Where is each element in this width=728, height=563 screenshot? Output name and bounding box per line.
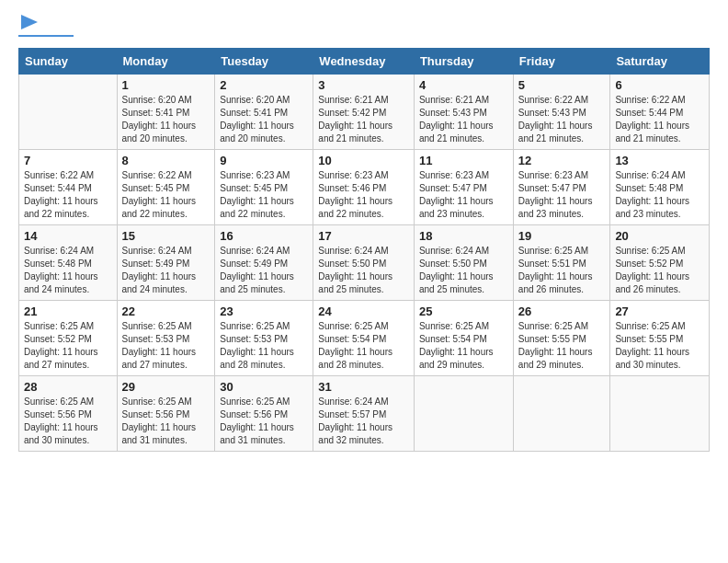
header [18, 17, 710, 37]
day-info: Sunrise: 6:25 AM Sunset: 5:53 PM Dayligh… [122, 320, 210, 372]
calendar-cell: 9Sunrise: 6:23 AM Sunset: 5:45 PM Daylig… [215, 150, 313, 225]
calendar-cell: 17Sunrise: 6:24 AM Sunset: 5:50 PM Dayli… [313, 225, 415, 301]
day-info: Sunrise: 6:22 AM Sunset: 5:45 PM Dayligh… [122, 169, 210, 221]
calendar-cell: 23Sunrise: 6:25 AM Sunset: 5:53 PM Dayli… [215, 301, 313, 376]
calendar-cell: 30Sunrise: 6:25 AM Sunset: 5:56 PM Dayli… [215, 376, 313, 452]
day-number: 7 [24, 154, 112, 167]
calendar-cell: 27Sunrise: 6:25 AM Sunset: 5:55 PM Dayli… [610, 301, 710, 376]
day-info: Sunrise: 6:20 AM Sunset: 5:41 PM Dayligh… [122, 94, 210, 145]
calendar-cell: 29Sunrise: 6:25 AM Sunset: 5:56 PM Dayli… [117, 376, 215, 452]
day-number: 25 [419, 304, 508, 318]
day-info: Sunrise: 6:25 AM Sunset: 5:52 PM Dayligh… [24, 320, 112, 372]
day-info: Sunrise: 6:22 AM Sunset: 5:44 PM Dayligh… [24, 169, 112, 221]
day-number: 14 [24, 229, 112, 243]
calendar-cell: 14Sunrise: 6:24 AM Sunset: 5:48 PM Dayli… [19, 225, 118, 301]
calendar-cell [19, 75, 118, 150]
logo [18, 17, 74, 37]
day-info: Sunrise: 6:20 AM Sunset: 5:41 PM Dayligh… [220, 94, 308, 145]
day-number: 22 [122, 304, 210, 318]
day-number: 29 [122, 380, 210, 394]
svg-marker-0 [21, 15, 38, 29]
day-info: Sunrise: 6:24 AM Sunset: 5:50 PM Dayligh… [419, 245, 508, 296]
day-info: Sunrise: 6:24 AM Sunset: 5:57 PM Dayligh… [318, 396, 409, 447]
day-number: 24 [318, 304, 409, 318]
day-header-thursday: Thursday [414, 49, 513, 75]
day-info: Sunrise: 6:24 AM Sunset: 5:48 PM Dayligh… [24, 245, 112, 296]
day-number: 30 [220, 380, 308, 394]
day-number: 23 [220, 304, 308, 318]
calendar-cell: 6Sunrise: 6:22 AM Sunset: 5:44 PM Daylig… [610, 75, 710, 150]
calendar-header-row: SundayMondayTuesdayWednesdayThursdayFrid… [19, 49, 710, 75]
day-info: Sunrise: 6:23 AM Sunset: 5:47 PM Dayligh… [518, 169, 606, 221]
day-header-tuesday: Tuesday [215, 49, 313, 75]
day-number: 27 [615, 304, 704, 318]
day-info: Sunrise: 6:21 AM Sunset: 5:43 PM Dayligh… [419, 94, 508, 145]
day-number: 13 [615, 154, 704, 167]
day-number: 28 [24, 380, 112, 394]
day-info: Sunrise: 6:25 AM Sunset: 5:55 PM Dayligh… [615, 320, 704, 372]
logo-underline [18, 35, 74, 37]
calendar-cell: 11Sunrise: 6:23 AM Sunset: 5:47 PM Dayli… [414, 150, 513, 225]
day-info: Sunrise: 6:24 AM Sunset: 5:49 PM Dayligh… [220, 245, 308, 296]
day-number: 15 [122, 229, 210, 243]
calendar-cell: 2Sunrise: 6:20 AM Sunset: 5:41 PM Daylig… [215, 75, 313, 150]
day-number: 9 [220, 154, 308, 167]
calendar-week-row: 7Sunrise: 6:22 AM Sunset: 5:44 PM Daylig… [19, 150, 710, 225]
day-info: Sunrise: 6:22 AM Sunset: 5:43 PM Dayligh… [518, 94, 606, 145]
day-info: Sunrise: 6:23 AM Sunset: 5:46 PM Dayligh… [318, 169, 409, 221]
day-info: Sunrise: 6:25 AM Sunset: 5:56 PM Dayligh… [122, 396, 210, 447]
day-number: 31 [318, 380, 409, 394]
day-header-saturday: Saturday [610, 49, 710, 75]
calendar-cell: 31Sunrise: 6:24 AM Sunset: 5:57 PM Dayli… [313, 376, 415, 452]
calendar-cell: 13Sunrise: 6:24 AM Sunset: 5:48 PM Dayli… [610, 150, 710, 225]
page: SundayMondayTuesdayWednesdayThursdayFrid… [0, 0, 728, 461]
calendar-week-row: 28Sunrise: 6:25 AM Sunset: 5:56 PM Dayli… [19, 376, 710, 452]
day-info: Sunrise: 6:24 AM Sunset: 5:49 PM Dayligh… [122, 245, 210, 296]
calendar-cell: 12Sunrise: 6:23 AM Sunset: 5:47 PM Dayli… [513, 150, 610, 225]
calendar-cell: 16Sunrise: 6:24 AM Sunset: 5:49 PM Dayli… [215, 225, 313, 301]
calendar-week-row: 21Sunrise: 6:25 AM Sunset: 5:52 PM Dayli… [19, 301, 710, 376]
day-number: 12 [518, 154, 606, 167]
calendar-cell [610, 376, 710, 452]
day-info: Sunrise: 6:25 AM Sunset: 5:54 PM Dayligh… [318, 320, 409, 372]
day-info: Sunrise: 6:24 AM Sunset: 5:48 PM Dayligh… [615, 169, 704, 221]
day-number: 2 [220, 78, 308, 92]
calendar-table: SundayMondayTuesdayWednesdayThursdayFrid… [18, 48, 710, 452]
day-number: 1 [122, 78, 210, 92]
day-info: Sunrise: 6:23 AM Sunset: 5:45 PM Dayligh… [220, 169, 308, 221]
day-number: 21 [24, 304, 112, 318]
day-number: 19 [518, 229, 606, 243]
calendar-cell: 10Sunrise: 6:23 AM Sunset: 5:46 PM Dayli… [313, 150, 415, 225]
calendar-cell [513, 376, 610, 452]
calendar-week-row: 14Sunrise: 6:24 AM Sunset: 5:48 PM Dayli… [19, 225, 710, 301]
calendar-cell: 15Sunrise: 6:24 AM Sunset: 5:49 PM Dayli… [117, 225, 215, 301]
calendar-cell: 8Sunrise: 6:22 AM Sunset: 5:45 PM Daylig… [117, 150, 215, 225]
calendar-cell [414, 376, 513, 452]
day-header-monday: Monday [117, 49, 215, 75]
day-header-wednesday: Wednesday [313, 49, 415, 75]
day-header-friday: Friday [513, 49, 610, 75]
calendar-cell: 24Sunrise: 6:25 AM Sunset: 5:54 PM Dayli… [313, 301, 415, 376]
day-number: 17 [318, 229, 409, 243]
day-number: 8 [122, 154, 210, 167]
calendar-cell: 1Sunrise: 6:20 AM Sunset: 5:41 PM Daylig… [117, 75, 215, 150]
calendar-cell: 28Sunrise: 6:25 AM Sunset: 5:56 PM Dayli… [19, 376, 118, 452]
calendar-cell: 4Sunrise: 6:21 AM Sunset: 5:43 PM Daylig… [414, 75, 513, 150]
day-info: Sunrise: 6:25 AM Sunset: 5:55 PM Dayligh… [518, 320, 606, 372]
day-info: Sunrise: 6:25 AM Sunset: 5:56 PM Dayligh… [220, 396, 308, 447]
logo-arrow-icon [21, 15, 38, 29]
calendar-cell: 18Sunrise: 6:24 AM Sunset: 5:50 PM Dayli… [414, 225, 513, 301]
day-info: Sunrise: 6:23 AM Sunset: 5:47 PM Dayligh… [419, 169, 508, 221]
day-number: 18 [419, 229, 508, 243]
day-number: 20 [615, 229, 704, 243]
calendar-cell: 7Sunrise: 6:22 AM Sunset: 5:44 PM Daylig… [19, 150, 118, 225]
calendar-week-row: 1Sunrise: 6:20 AM Sunset: 5:41 PM Daylig… [19, 75, 710, 150]
calendar-cell: 22Sunrise: 6:25 AM Sunset: 5:53 PM Dayli… [117, 301, 215, 376]
day-number: 10 [318, 154, 409, 167]
calendar-cell: 20Sunrise: 6:25 AM Sunset: 5:52 PM Dayli… [610, 225, 710, 301]
calendar-cell: 3Sunrise: 6:21 AM Sunset: 5:42 PM Daylig… [313, 75, 415, 150]
day-number: 16 [220, 229, 308, 243]
day-info: Sunrise: 6:25 AM Sunset: 5:53 PM Dayligh… [220, 320, 308, 372]
day-info: Sunrise: 6:21 AM Sunset: 5:42 PM Dayligh… [318, 94, 409, 145]
calendar-cell: 5Sunrise: 6:22 AM Sunset: 5:43 PM Daylig… [513, 75, 610, 150]
